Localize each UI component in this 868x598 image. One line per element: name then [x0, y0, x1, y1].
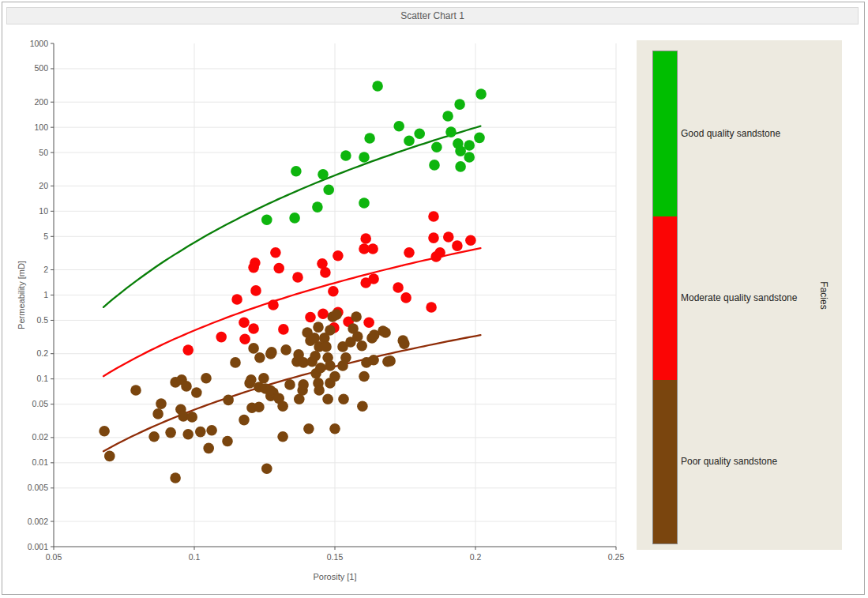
data-point[interactable]: [182, 344, 194, 355]
data-point[interactable]: [454, 99, 465, 110]
data-point[interactable]: [191, 387, 202, 398]
data-point[interactable]: [254, 402, 265, 413]
data-point[interactable]: [250, 285, 261, 296]
data-point[interactable]: [340, 150, 351, 161]
data-point[interactable]: [359, 371, 370, 382]
data-point[interactable]: [268, 299, 279, 310]
data-point[interactable]: [368, 355, 379, 366]
data-point[interactable]: [367, 243, 378, 254]
data-point[interactable]: [165, 427, 176, 438]
data-point[interactable]: [426, 302, 437, 313]
data-point[interactable]: [303, 423, 314, 434]
data-point[interactable]: [278, 324, 289, 335]
data-point[interactable]: [104, 451, 115, 462]
data-point[interactable]: [328, 286, 339, 297]
data-point[interactable]: [270, 247, 281, 258]
data-point[interactable]: [359, 197, 370, 209]
data-point[interactable]: [277, 431, 288, 442]
data-point[interactable]: [428, 211, 439, 222]
data-point[interactable]: [222, 436, 233, 447]
data-point[interactable]: [364, 133, 375, 144]
data-point[interactable]: [340, 352, 351, 363]
data-point[interactable]: [261, 464, 272, 475]
data-point[interactable]: [474, 133, 485, 144]
data-point[interactable]: [170, 472, 181, 483]
data-point[interactable]: [363, 318, 374, 329]
data-point[interactable]: [186, 412, 197, 423]
data-point[interactable]: [455, 161, 466, 172]
data-point[interactable]: [393, 282, 404, 293]
legend-segment-good[interactable]: [653, 51, 677, 216]
data-point[interactable]: [246, 374, 257, 386]
data-point[interactable]: [291, 166, 302, 177]
data-point[interactable]: [280, 344, 291, 355]
data-point[interactable]: [321, 341, 332, 352]
data-point[interactable]: [464, 140, 475, 151]
data-point[interactable]: [338, 394, 349, 405]
data-point[interactable]: [399, 338, 410, 349]
data-point[interactable]: [99, 426, 110, 437]
data-point[interactable]: [239, 415, 250, 426]
data-point[interactable]: [284, 379, 295, 390]
data-point[interactable]: [314, 385, 325, 396]
data-point[interactable]: [428, 232, 439, 243]
data-point[interactable]: [465, 235, 476, 246]
data-point[interactable]: [414, 128, 425, 139]
legend-segment-poor[interactable]: [653, 380, 677, 543]
data-point[interactable]: [248, 343, 259, 354]
data-point[interactable]: [455, 146, 466, 157]
data-point[interactable]: [322, 394, 333, 405]
data-point[interactable]: [206, 425, 217, 436]
legend-segment-moderate[interactable]: [653, 216, 677, 380]
data-point[interactable]: [400, 292, 411, 303]
data-point[interactable]: [182, 429, 194, 440]
data-point[interactable]: [325, 360, 336, 371]
data-point[interactable]: [261, 214, 272, 225]
data-point[interactable]: [231, 294, 242, 305]
data-point[interactable]: [266, 347, 277, 358]
data-point[interactable]: [356, 340, 367, 352]
data-point[interactable]: [156, 398, 167, 409]
data-point[interactable]: [313, 322, 324, 333]
data-point[interactable]: [201, 373, 212, 384]
data-point[interactable]: [292, 272, 303, 283]
data-point[interactable]: [315, 363, 326, 374]
data-point[interactable]: [318, 169, 329, 180]
data-point[interactable]: [475, 88, 487, 100]
data-point[interactable]: [351, 311, 362, 322]
data-point[interactable]: [333, 250, 344, 261]
data-point[interactable]: [148, 431, 160, 442]
data-point[interactable]: [404, 247, 415, 258]
data-point[interactable]: [248, 262, 259, 273]
data-point[interactable]: [239, 318, 250, 329]
data-point[interactable]: [289, 212, 300, 224]
data-point[interactable]: [368, 273, 379, 284]
data-point[interactable]: [305, 312, 316, 323]
data-point[interactable]: [429, 160, 440, 171]
data-point[interactable]: [393, 121, 404, 132]
data-point[interactable]: [357, 401, 368, 412]
data-point[interactable]: [298, 379, 309, 390]
data-point[interactable]: [323, 184, 334, 195]
data-point[interactable]: [329, 371, 340, 382]
data-point[interactable]: [277, 401, 288, 412]
trend-line[interactable]: [103, 248, 480, 376]
trend-line[interactable]: [103, 335, 480, 451]
data-point[interactable]: [248, 323, 259, 334]
data-point[interactable]: [195, 427, 206, 438]
data-point[interactable]: [359, 152, 370, 163]
data-point[interactable]: [445, 126, 457, 137]
data-point[interactable]: [265, 385, 276, 396]
data-point[interactable]: [325, 325, 336, 336]
data-point[interactable]: [223, 395, 234, 406]
data-point[interactable]: [352, 331, 363, 342]
data-point[interactable]: [452, 240, 463, 251]
data-point[interactable]: [258, 373, 269, 384]
data-point[interactable]: [310, 351, 321, 362]
data-point[interactable]: [239, 334, 250, 345]
data-point[interactable]: [331, 309, 342, 320]
data-point[interactable]: [181, 381, 192, 392]
data-point[interactable]: [464, 152, 475, 163]
data-point[interactable]: [254, 352, 265, 363]
data-point[interactable]: [385, 355, 396, 367]
